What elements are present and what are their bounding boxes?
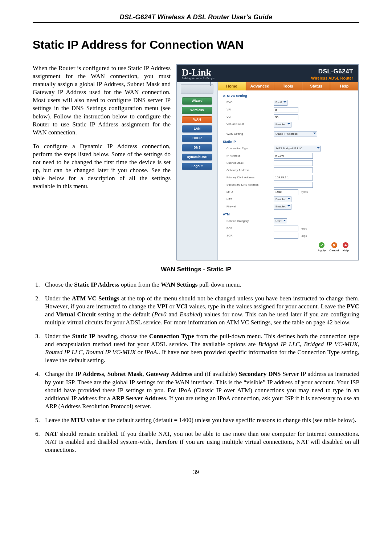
section-static-ip-title: Static IP [223,138,353,145]
mtu-unit: bytes [301,190,308,194]
virtual-circuit-select[interactable]: Enabled [274,122,291,127]
router-admin-screenshot: D-Link Building Networks for People DSL-… [176,64,359,260]
scr-input[interactable] [274,233,298,239]
sidebar-item-dhcp[interactable]: DHCP [182,135,212,142]
sidebar-item-logout[interactable]: Logout [182,163,212,170]
screenshot-caption: WAN Settings - Static IP [33,266,359,274]
tab-advanced[interactable]: Advanced [246,82,274,90]
primary-dns-label: Primary DNS Address [223,176,274,179]
tab-home[interactable]: Home [218,82,246,90]
cancel-icon: ✕ [331,242,337,248]
intro-paragraph: When the Router is configured to use Sta… [33,64,171,137]
mtu-input[interactable] [274,189,298,195]
firewall-select[interactable]: Enabled [274,204,291,210]
check-icon: ✓ [319,242,324,248]
ip-address-label: IP Address [223,154,274,158]
nat-select[interactable]: Enabled [274,197,291,202]
router-header: D-Link Building Networks for People DSL-… [177,65,358,82]
tab-bar: Home Advanced Tools Status Help [218,82,358,90]
page-number: 39 [33,469,359,476]
step-3: Under the Static IP heading, choose the … [41,332,359,364]
step-1: Choose the Static IP Address option from… [41,281,359,289]
section-atm-title: ATM [223,210,353,218]
sidebar-item-dns[interactable]: DNS [182,144,212,151]
step-4: Change the IP Address, Subnet Mask, Gate… [41,370,359,410]
tab-status[interactable]: Status [302,82,331,90]
model-block: DSL-G624T Wireless ADSL Router [311,68,353,81]
sidebar-item-lan[interactable]: LAN [182,125,212,133]
intro-paragraph: To configure a Dynamic IP Address connec… [33,142,171,191]
apply-label: Apply [318,249,326,252]
pvc-select[interactable]: Pvc0 [274,100,287,106]
device-thumbnail [181,84,213,94]
sidebar: Wizard Wireless WAN LAN DHCP DNS Dynamic… [177,82,218,260]
vci-input[interactable] [274,114,298,120]
sidebar-item-wizard[interactable]: Wizard [182,97,212,105]
connection-type-select[interactable]: 1483 Bridged IP LLC [274,146,321,151]
help-label: Help [343,249,349,252]
gateway-address-input[interactable] [274,167,313,173]
mtu-label: MTU [223,190,274,194]
scr-label: SCR [223,234,274,238]
section-atm-vc-title: ATM VC Setting [223,92,353,99]
running-header: DSL-G624T Wireless A DSL Router User's G… [33,13,359,23]
cancel-label: Cancel [329,249,339,252]
firewall-label: Firewall [223,205,274,208]
pcr-input[interactable] [274,226,298,231]
sidebar-item-wan[interactable]: WAN [182,116,212,123]
gateway-address-label: Gateway Address [223,169,274,172]
secondary-dns-label: Secondary DNS Address [223,183,274,187]
vpi-label: VPI [223,108,274,112]
sidebar-item-wireless[interactable]: Wireless [182,107,212,114]
pcr-unit: kbps [301,227,307,230]
vpi-input[interactable] [274,107,298,113]
wan-setting-label: WAN Setting [223,132,274,136]
virtual-circuit-label: Virtual Circuit [223,122,274,126]
model-subtitle: Wireless ADSL Router [311,76,353,81]
plus-icon: + [343,242,348,248]
step-2: Under the ATM VC Settings at the top of … [41,295,359,327]
subnet-mask-input[interactable] [274,160,313,166]
help-button[interactable]: + Help [343,242,349,252]
brand-tagline: Building Networks for People [182,77,215,80]
cancel-button[interactable]: ✕ Cancel [329,242,339,252]
primary-dns-input[interactable] [274,175,313,181]
wan-setting-select[interactable]: Static IP Address [274,131,317,137]
pcr-label: PCR [223,227,274,230]
tab-help[interactable]: Help [330,82,358,90]
vci-label: VCI [223,115,274,119]
secondary-dns-input[interactable] [274,182,313,188]
intro-column: When the Router is configured to use Sta… [33,64,171,196]
nat-label: NAT [223,198,274,201]
ip-address-input[interactable] [274,153,313,159]
step-5: Leave the MTU value at the default setti… [41,416,359,424]
subnet-mask-label: Subnet Mask [223,161,274,165]
steps-list: Choose the Static IP Address option from… [41,281,359,454]
page-title: Static IP Address for Connection WAN [33,37,359,53]
tab-tools[interactable]: Tools [274,82,302,90]
step-6: NAT should remain enabled. If you disabl… [41,430,359,454]
apply-button[interactable]: ✓ Apply [318,242,326,252]
scr-unit: kbps [301,234,307,238]
connection-type-label: Connection Type [223,147,274,150]
model-name: DSL-G624T [311,68,353,76]
pvc-label: PVC [223,101,274,104]
service-category-select[interactable]: UBR [274,218,287,224]
service-category-label: Service Category [223,219,274,223]
sidebar-item-dynamicdns[interactable]: DynamicDNS [182,154,212,161]
brand-logo: D-Link [182,68,215,77]
